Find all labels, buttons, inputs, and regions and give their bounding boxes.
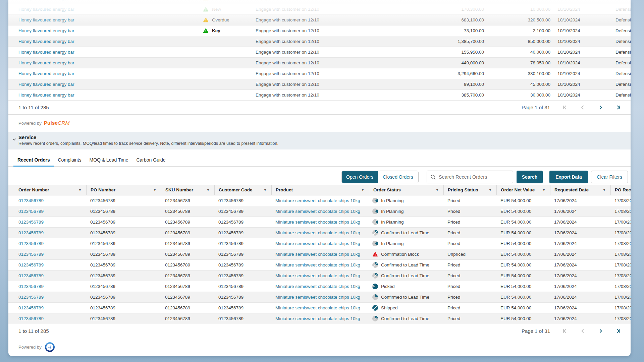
search-box <box>427 171 513 183</box>
tab-label: Complaints <box>58 157 81 163</box>
engagement-product-link[interactable]: Honey flavoured energy bar <box>8 60 203 65</box>
order-number-link[interactable]: 0123456789 <box>8 273 86 278</box>
product-link[interactable]: Miniature semisweet chocolate chips 10kg <box>271 295 369 300</box>
order-net-value: EUR 54,000.00 <box>496 209 550 214</box>
next-page-icon[interactable] <box>598 105 603 110</box>
product-link[interactable]: Miniature semisweet chocolate chips 10kg <box>271 241 369 246</box>
column-header-pricing-status: Pricing Status ▼ <box>443 185 496 195</box>
engagement-product-link[interactable]: Honey flavoured energy bar <box>8 50 203 55</box>
last-page-icon[interactable] <box>615 328 621 334</box>
filter-dropdown-icon[interactable]: ▼ <box>153 188 156 192</box>
order-number-link[interactable]: 0123456789 <box>8 241 86 246</box>
first-page-icon[interactable] <box>562 328 568 334</box>
clear-filters-button[interactable]: Clear Filters <box>591 171 628 183</box>
product-link[interactable]: Miniature semisweet chocolate chips 10kg <box>271 284 369 289</box>
search-input[interactable] <box>439 174 509 180</box>
order-number-link[interactable]: 0123456789 <box>8 295 86 300</box>
pricing-status: Priced <box>443 284 496 289</box>
tab-moq-lead-time[interactable]: MOQ & Lead Time <box>86 154 132 166</box>
order-number-link[interactable]: 0123456789 <box>8 209 86 214</box>
customer-code: 0123456789 <box>214 241 271 246</box>
next-page-icon[interactable] <box>598 328 603 334</box>
tab-complaints[interactable]: Complaints <box>54 154 85 166</box>
engagement-row: Honey flavoured energy bar Engage with c… <box>8 47 631 58</box>
filter-dropdown-icon[interactable]: ▼ <box>361 188 364 192</box>
prev-page-icon[interactable] <box>580 105 586 110</box>
product-link[interactable]: Miniature semisweet chocolate chips 10kg <box>271 198 369 203</box>
order-number-link[interactable]: 0123456789 <box>8 284 86 289</box>
filter-dropdown-icon[interactable]: ▼ <box>264 188 267 192</box>
requested-date: 17/06/2024 <box>550 295 610 300</box>
engagement-product-link[interactable]: Honey flavoured energy bar <box>8 39 203 44</box>
filter-dropdown-icon[interactable]: ▼ <box>489 188 492 192</box>
order-status-icon <box>372 208 378 214</box>
product-link[interactable]: Miniature semisweet chocolate chips 10kg <box>271 220 369 225</box>
engagement-action-text: Engage with customer on 12/10 <box>256 93 406 98</box>
open-orders-button[interactable]: Open Orders <box>342 171 378 183</box>
engagement-date: 10/10/2024 <box>550 71 608 76</box>
order-number-link[interactable]: 0123456789 <box>8 198 86 203</box>
product-link[interactable]: Miniature semisweet chocolate chips 10kg <box>271 316 369 321</box>
po-received-date: 17/08/2024 <box>610 305 631 310</box>
order-status-cell: Shipped <box>369 305 443 311</box>
sku-number: 0123456789 <box>161 252 214 257</box>
search-button[interactable]: Search <box>517 171 543 183</box>
pricing-status: Priced <box>443 220 496 225</box>
pricing-status: Priced <box>443 273 496 278</box>
chevron-down-icon[interactable] <box>12 137 16 143</box>
order-number-link[interactable]: 0123456789 <box>8 262 86 267</box>
order-status-label: Shipped <box>381 305 398 310</box>
product-link[interactable]: Miniature semisweet chocolate chips 10kg <box>271 230 369 235</box>
filter-dropdown-icon[interactable]: ▼ <box>542 188 545 192</box>
engagement-product-link[interactable]: Honey flavoured energy bar <box>8 28 203 33</box>
tab-carbon-guide[interactable]: Carbon Guide <box>132 154 169 166</box>
pricing-status: Priced <box>443 230 496 235</box>
product-link[interactable]: Miniature semisweet chocolate chips 10kg <box>271 209 369 214</box>
engagement-product-link[interactable]: Honey flavoured energy bar <box>8 7 203 12</box>
engagement-value-1: 683,100.00 <box>406 17 484 22</box>
orders-table-header: Order Number ▼ PO Number ▼ SKU Number ▼ … <box>8 185 631 195</box>
column-header-label: Order Status <box>373 187 401 192</box>
engagement-product-link[interactable]: Honey flavoured energy bar <box>8 0 203 1</box>
product-link[interactable]: Miniature semisweet chocolate chips 10kg <box>271 273 369 278</box>
engagement-product-link[interactable]: Honey flavoured energy bar <box>8 82 203 87</box>
orders-pagination: 1 to 11 of 285 Page 1 of 31 <box>8 324 631 338</box>
engagement-strategy: Defensive <box>608 93 631 98</box>
filter-dropdown-icon[interactable]: ▼ <box>436 188 439 192</box>
engagement-product-link[interactable]: Honey flavoured energy bar <box>8 93 203 98</box>
order-status-cell: Confirmed to Lead Time <box>369 294 443 300</box>
order-number-link[interactable]: 0123456789 <box>8 230 86 235</box>
order-net-value: EUR 54,000.00 <box>496 273 550 278</box>
tab-label: Carbon Guide <box>136 157 165 163</box>
row-range-label: 1 to 11 of 285 <box>18 328 49 334</box>
engagement-action-text: Engage with customer on 12/10 <box>256 82 406 87</box>
product-link[interactable]: Miniature semisweet chocolate chips 10kg <box>271 305 369 310</box>
engagement-product-link[interactable]: Honey flavoured energy bar <box>8 71 203 76</box>
pricing-status: Priced <box>443 305 496 310</box>
engagement-action-text: Engage with customer on 12/10 <box>256 17 406 22</box>
prev-page-icon[interactable] <box>580 328 586 334</box>
filter-dropdown-icon[interactable]: ▼ <box>207 188 210 192</box>
first-page-icon[interactable] <box>562 105 568 110</box>
order-number-link[interactable]: 0123456789 <box>8 305 86 310</box>
pricing-status: Priced <box>443 262 496 267</box>
engagement-status-label: Key <box>212 28 256 33</box>
filter-dropdown-icon[interactable]: ▼ <box>78 188 82 192</box>
last-page-icon[interactable] <box>615 105 621 110</box>
customer-code: 0123456789 <box>214 198 271 203</box>
product-link[interactable]: Miniature semisweet chocolate chips 10kg <box>271 252 369 257</box>
customer-code: 0123456789 <box>214 273 271 278</box>
engagement-status-icon <box>203 6 212 12</box>
order-number-link[interactable]: 0123456789 <box>8 220 86 225</box>
order-status-cell: In Planning <box>369 198 443 203</box>
engagement-product-link[interactable]: Honey flavoured energy bar <box>8 17 203 22</box>
order-number-link[interactable]: 0123456789 <box>8 316 86 321</box>
service-section-header[interactable]: Service Review recent orders, complaints… <box>8 132 631 149</box>
order-number-link[interactable]: 0123456789 <box>8 252 86 257</box>
engagement-date: 10/10/2024 <box>550 28 608 33</box>
closed-orders-button[interactable]: Closed Orders <box>378 171 418 183</box>
filter-dropdown-icon[interactable]: ▼ <box>603 188 606 192</box>
product-link[interactable]: Miniature semisweet chocolate chips 10kg <box>271 262 369 267</box>
export-data-button[interactable]: Export Data <box>549 171 588 183</box>
tab-recent-orders[interactable]: Recent Orders <box>13 154 54 166</box>
